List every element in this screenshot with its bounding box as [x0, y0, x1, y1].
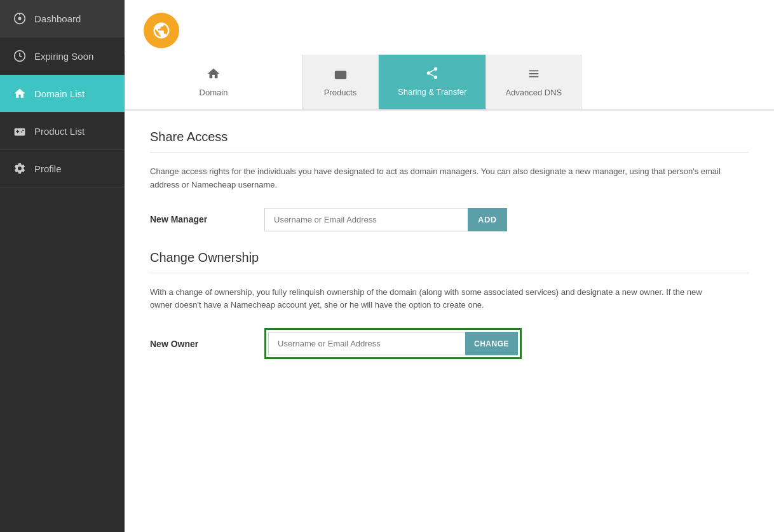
sharing-transfer-tab-icon	[425, 66, 439, 83]
change-ownership-divider	[150, 273, 749, 273]
tab-advanced-dns-label: Advanced DNS	[505, 88, 562, 97]
new-manager-label: New Manager	[150, 214, 264, 224]
new-owner-label: New Owner	[150, 339, 264, 349]
tab-sharing-transfer[interactable]: Sharing & Transfer	[379, 55, 486, 109]
domain-icon-circle	[144, 13, 179, 48]
sidebar-item-profile[interactable]: Profile	[0, 150, 125, 188]
sidebar-item-product-list-label: Product List	[34, 126, 85, 137]
new-owner-input[interactable]	[268, 332, 465, 355]
domain-list-icon	[13, 86, 27, 100]
tab-products-label: Products	[324, 88, 356, 97]
content-area: Share Access Change access rights for th…	[125, 111, 774, 397]
tab-products[interactable]: Products	[302, 55, 379, 109]
change-owner-button[interactable]: CHANGE	[465, 332, 518, 355]
svg-point-1	[18, 17, 22, 20]
new-manager-input-group: ADD	[264, 208, 507, 231]
share-access-title: Share Access	[150, 130, 749, 144]
sidebar-item-product-list[interactable]: Product List	[0, 113, 125, 150]
tab-sharing-transfer-label: Sharing & Transfer	[398, 87, 466, 97]
domain-tab-icon	[207, 67, 221, 84]
sidebar-item-dashboard[interactable]: Dashboard	[0, 0, 125, 38]
tabs: Domain Products Sharing & Transfer	[125, 55, 774, 111]
add-manager-button[interactable]: ADD	[468, 208, 507, 231]
sidebar-item-profile-label: Profile	[34, 163, 62, 174]
sidebar-item-domain-list[interactable]: Domain List	[0, 75, 125, 113]
new-owner-row: New Owner CHANGE	[150, 328, 749, 359]
advanced-dns-tab-icon	[527, 67, 541, 84]
sidebar-item-expiring-soon[interactable]: Expiring Soon	[0, 38, 125, 75]
change-ownership-description: With a change of ownership, you fully re…	[150, 286, 722, 313]
top-icon-area	[125, 0, 774, 55]
dashboard-icon	[13, 11, 27, 25]
new-owner-input-group: CHANGE	[264, 328, 522, 359]
product-list-icon	[13, 124, 27, 138]
share-access-description: Change access rights for the individuals…	[150, 165, 722, 192]
share-access-divider	[150, 152, 749, 153]
products-tab-icon	[334, 67, 348, 84]
new-manager-input[interactable]	[264, 208, 468, 231]
new-manager-row: New Manager ADD	[150, 208, 749, 231]
expiring-soon-icon	[13, 49, 27, 63]
main-content: Domain Products Sharing & Transfer	[125, 0, 774, 532]
tab-domain[interactable]: Domain	[125, 55, 302, 109]
profile-icon	[13, 161, 27, 175]
sidebar-item-dashboard-label: Dashboard	[34, 13, 81, 24]
sidebar-item-domain-list-label: Domain List	[34, 88, 85, 99]
sidebar-item-expiring-soon-label: Expiring Soon	[34, 51, 93, 62]
tab-domain-label: Domain	[200, 88, 228, 97]
tab-advanced-dns[interactable]: Advanced DNS	[486, 55, 581, 109]
sidebar: Dashboard Expiring Soon Domain List Prod…	[0, 0, 125, 532]
change-ownership-title: Change Ownership	[150, 250, 749, 265]
